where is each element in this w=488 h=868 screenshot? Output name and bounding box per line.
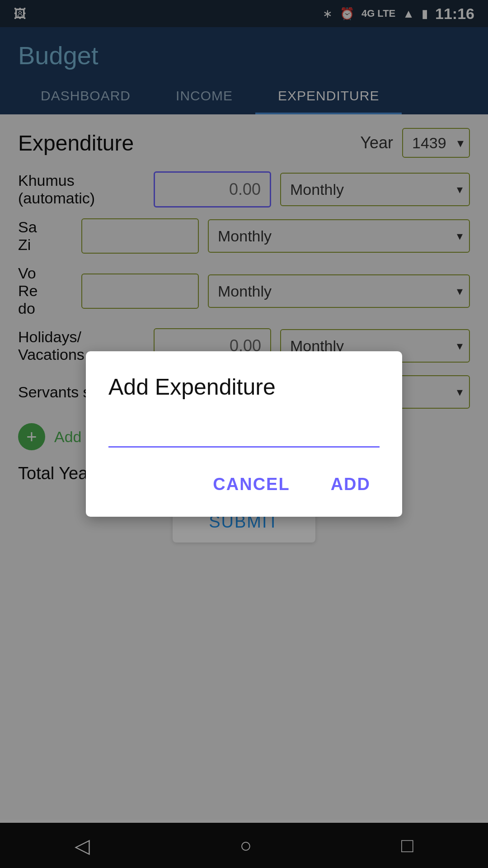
add-expenditure-dialog: Add Expenditure CANCEL ADD	[86, 351, 402, 517]
cancel-button[interactable]: CANCEL	[204, 470, 299, 499]
dialog-title: Add Expenditure	[108, 374, 380, 400]
dialog-input[interactable]	[108, 418, 380, 448]
dialog-buttons: CANCEL ADD	[108, 470, 380, 499]
add-button[interactable]: ADD	[322, 470, 380, 499]
dialog-overlay: Add Expenditure CANCEL ADD	[0, 0, 488, 868]
